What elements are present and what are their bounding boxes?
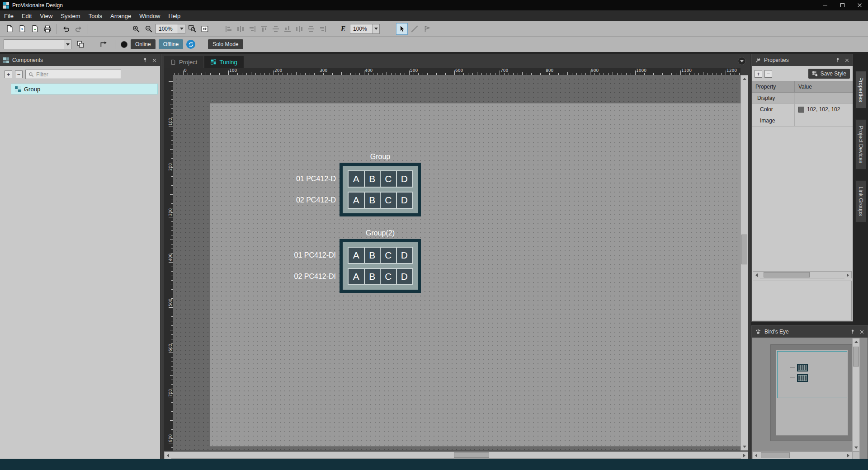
align-middle-icon[interactable] xyxy=(272,25,279,33)
align-left-icon[interactable] xyxy=(225,25,232,33)
new-project-icon[interactable] xyxy=(4,23,15,35)
solo-mode-button[interactable]: Solo Mode xyxy=(208,39,243,49)
channel-cell-d[interactable]: D xyxy=(397,193,412,208)
fit-to-window-icon[interactable] xyxy=(199,23,211,35)
birdseye-viewport-rect[interactable] xyxy=(777,351,847,398)
text-scale-icon[interactable] xyxy=(337,23,349,35)
channel-cell-c[interactable]: C xyxy=(381,193,396,208)
close-panel-icon[interactable] xyxy=(859,329,864,334)
zoom-to-selection-icon[interactable] xyxy=(186,23,198,35)
scroll-up-icon[interactable] xyxy=(853,338,859,345)
device-select-arrow-icon[interactable] xyxy=(64,40,71,49)
scroll-thumb[interactable] xyxy=(454,452,489,458)
channel-cell-a[interactable]: A xyxy=(349,269,364,284)
pin-icon[interactable] xyxy=(850,329,855,334)
menu-window[interactable]: Window xyxy=(135,10,164,21)
scroll-left-icon[interactable] xyxy=(753,452,760,459)
channel-cell-d[interactable]: D xyxy=(397,171,412,187)
match-size-icon[interactable] xyxy=(319,25,326,33)
canvas-vertical-scrollbar[interactable] xyxy=(741,75,748,451)
distribute-v-icon[interactable] xyxy=(307,25,315,33)
zoom-select-arrow-icon[interactable] xyxy=(178,24,185,33)
minimize-button[interactable] xyxy=(816,0,834,10)
remove-property-button[interactable]: − xyxy=(764,70,772,78)
pin-icon[interactable] xyxy=(835,57,840,63)
channel-cell-d[interactable]: D xyxy=(397,269,412,284)
close-panel-icon[interactable] xyxy=(152,58,157,63)
align-center-h-icon[interactable] xyxy=(237,25,244,33)
expand-all-button[interactable]: + xyxy=(5,70,12,78)
canvas-group-1[interactable]: 01 PC412-D02 PC412-DGroupABCDABCD xyxy=(268,153,421,216)
group-box[interactable]: ABCDABCD xyxy=(340,163,421,216)
scroll-thumb[interactable] xyxy=(741,235,747,264)
dock-tab-properties[interactable]: Properties xyxy=(855,71,866,108)
canvas-group-2[interactable]: 01 PC412-DI02 PC412-DIGroup(2)ABCDABCD xyxy=(268,229,421,293)
save-style-button[interactable]: Save Style xyxy=(808,69,850,79)
property-value[interactable] xyxy=(795,115,853,126)
channel-cell-c[interactable]: C xyxy=(381,248,396,263)
channel-cell-b[interactable]: B xyxy=(365,171,380,187)
close-button[interactable] xyxy=(851,0,868,10)
scroll-right-icon[interactable] xyxy=(741,452,748,459)
property-value[interactable]: 102, 102, 102 xyxy=(795,104,853,115)
design-canvas[interactable]: 01 PC412-D02 PC412-DGroupABCDABCD01 PC41… xyxy=(173,75,741,451)
import-file-icon[interactable] xyxy=(29,23,41,35)
pin-icon[interactable] xyxy=(142,57,148,63)
collapse-all-button[interactable]: − xyxy=(15,70,23,78)
add-property-button[interactable]: + xyxy=(755,70,762,78)
offline-button[interactable]: Offline xyxy=(159,39,183,49)
channel-cell-b[interactable]: B xyxy=(365,248,380,263)
online-button[interactable]: Online xyxy=(131,39,156,49)
color-swatch[interactable] xyxy=(798,107,804,113)
redo-icon[interactable] xyxy=(73,23,85,35)
scroll-left-icon[interactable] xyxy=(753,272,760,278)
scroll-thumb[interactable] xyxy=(764,272,810,277)
sync-icon[interactable] xyxy=(186,40,195,49)
zoom-out-icon[interactable] xyxy=(143,23,155,35)
open-project-icon[interactable] xyxy=(16,23,28,35)
menu-view[interactable]: View xyxy=(36,10,57,21)
sheet-tab-tuning[interactable]: Tuning xyxy=(204,56,243,68)
align-right-icon[interactable] xyxy=(249,25,256,33)
dock-tab-project-devices[interactable]: Project Devices xyxy=(855,119,866,169)
menu-file[interactable]: File xyxy=(0,10,18,21)
channel-cell-d[interactable]: D xyxy=(397,248,412,263)
menu-arrange[interactable]: Arrange xyxy=(106,10,135,21)
sheet-tab-project[interactable]: Project xyxy=(164,56,203,68)
tree-item-group[interactable]: Group xyxy=(11,84,158,94)
channel-cell-c[interactable]: C xyxy=(381,171,396,187)
scroll-left-icon[interactable] xyxy=(165,452,171,459)
channel-cell-a[interactable]: A xyxy=(349,171,364,187)
birdseye-view[interactable] xyxy=(752,338,860,451)
channel-cell-a[interactable]: A xyxy=(349,248,364,263)
connector-icon[interactable] xyxy=(98,38,109,50)
dock-tab-link-groups[interactable]: Link Groups xyxy=(855,180,866,222)
scroll-right-icon[interactable] xyxy=(844,272,851,278)
menu-edit[interactable]: Edit xyxy=(18,10,36,21)
components-panel-header[interactable]: Components xyxy=(0,54,160,66)
editor-zoom-arrow-icon[interactable] xyxy=(372,24,379,33)
align-top-icon[interactable] xyxy=(260,25,268,33)
maximize-button[interactable] xyxy=(834,0,851,10)
channel-cell-c[interactable]: C xyxy=(381,269,396,284)
select-tool-icon[interactable] xyxy=(396,23,408,35)
channel-cell-a[interactable]: A xyxy=(349,193,364,208)
menu-tools[interactable]: Tools xyxy=(85,10,106,21)
device-select[interactable] xyxy=(4,39,71,49)
tab-list-button[interactable] xyxy=(738,57,746,65)
line-tool-icon[interactable] xyxy=(409,23,420,35)
canvas-horizontal-scrollbar[interactable] xyxy=(164,451,748,459)
scroll-thumb[interactable] xyxy=(853,347,859,367)
scroll-up-icon[interactable] xyxy=(741,75,748,82)
group-box[interactable]: ABCDABCD xyxy=(340,239,421,293)
menu-system[interactable]: System xyxy=(57,10,84,21)
channel-cell-b[interactable]: B xyxy=(365,269,380,284)
scroll-thumb[interactable] xyxy=(761,452,790,458)
scroll-right-icon[interactable] xyxy=(845,452,852,459)
distribute-h-icon[interactable] xyxy=(296,25,303,33)
zoom-select[interactable]: 100% xyxy=(156,24,185,34)
close-panel-icon[interactable] xyxy=(844,58,849,63)
scroll-down-icon[interactable] xyxy=(741,443,748,450)
filter-input[interactable] xyxy=(36,71,108,78)
properties-panel-header[interactable]: Properties xyxy=(752,54,853,66)
